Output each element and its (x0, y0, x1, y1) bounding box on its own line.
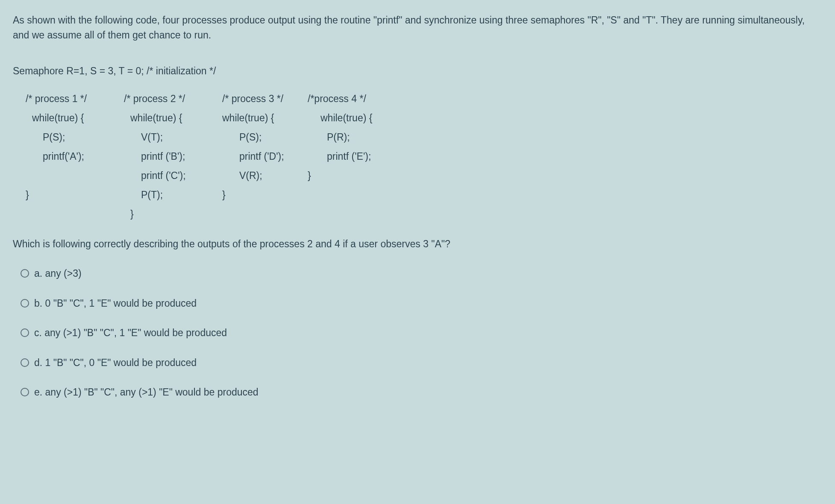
code-line: } (13, 185, 98, 205)
question-intro: As shown with the following code, four p… (13, 13, 822, 42)
code-line: P(R); (308, 128, 393, 147)
code-line (13, 166, 98, 185)
option-e[interactable]: e. any (>1) "B" "C", any (>1) "E" would … (21, 385, 822, 400)
code-line: while(true) { (209, 108, 295, 128)
code-line: P(S); (13, 128, 98, 147)
code-line: printf ('E'); (308, 147, 393, 166)
process-2-column: /* process 2 */ while(true) { V(T); prin… (111, 89, 197, 224)
question-text: Which is following correctly describing … (13, 237, 822, 252)
radio-icon[interactable] (21, 358, 29, 367)
code-line: V(T); (111, 128, 197, 147)
option-label: e. any (>1) "B" "C", any (>1) "E" would … (34, 385, 259, 400)
code-line: printf ('D'); (209, 147, 295, 166)
code-line: } (308, 166, 393, 185)
process-3-header: /* process 3 */ (209, 89, 295, 108)
code-line (308, 185, 393, 205)
code-line (209, 205, 295, 224)
code-line: V(R); (209, 166, 295, 185)
code-line: P(S); (209, 128, 295, 147)
code-line: while(true) { (111, 108, 197, 128)
code-line: printf ('B'); (111, 147, 197, 166)
option-label: a. any (>3) (34, 266, 82, 281)
code-line: while(true) { (308, 108, 393, 128)
code-line (13, 205, 98, 224)
process-3-column: /* process 3 */ while(true) { P(S); prin… (209, 89, 295, 224)
code-line (308, 205, 393, 224)
radio-icon[interactable] (21, 269, 29, 278)
option-a[interactable]: a. any (>3) (21, 266, 822, 281)
process-2-header: /* process 2 */ (111, 89, 197, 108)
process-1-header: /* process 1 */ (13, 89, 98, 108)
code-line: printf ('C'); (111, 166, 197, 185)
code-line: P(T); (111, 185, 197, 205)
code-table: /* process 1 */ while(true) { P(S); prin… (13, 89, 822, 224)
option-label: d. 1 "B" "C", 0 "E" would be produced (34, 355, 197, 370)
code-line: } (111, 205, 197, 224)
option-d[interactable]: d. 1 "B" "C", 0 "E" would be produced (21, 355, 822, 370)
option-b[interactable]: b. 0 "B" "C", 1 "E" would be produced (21, 296, 822, 311)
process-4-column: /*process 4 */ while(true) { P(R); print… (308, 89, 393, 224)
code-line: while(true) { (13, 108, 98, 128)
process-4-header: /*process 4 */ (308, 89, 393, 108)
options-list: a. any (>3) b. 0 "B" "C", 1 "E" would be… (13, 266, 822, 400)
process-1-column: /* process 1 */ while(true) { P(S); prin… (13, 89, 98, 224)
radio-icon[interactable] (21, 388, 29, 396)
option-label: c. any (>1) "B" "C", 1 "E" would be prod… (34, 325, 227, 340)
option-label: b. 0 "B" "C", 1 "E" would be produced (34, 296, 197, 311)
semaphore-init: Semaphore R=1, S = 3, T = 0; /* initiali… (13, 64, 822, 79)
code-line: printf('A'); (13, 147, 98, 166)
code-line: } (209, 185, 295, 205)
radio-icon[interactable] (21, 299, 29, 308)
option-c[interactable]: c. any (>1) "B" "C", 1 "E" would be prod… (21, 325, 822, 340)
radio-icon[interactable] (21, 328, 29, 337)
